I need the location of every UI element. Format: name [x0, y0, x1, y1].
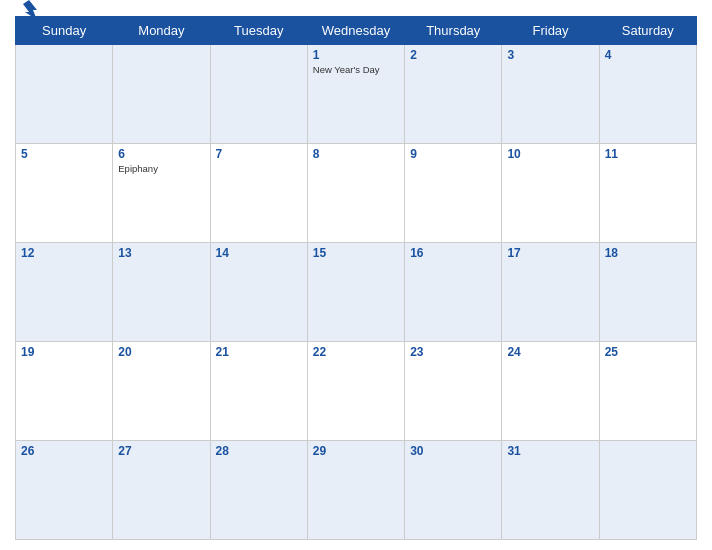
calendar-cell: 30 — [405, 441, 502, 540]
calendar-cell: 12 — [16, 243, 113, 342]
calendar-cell — [16, 45, 113, 144]
calendar-cell: 29 — [307, 441, 404, 540]
logo — [15, 0, 46, 24]
day-number: 14 — [216, 246, 302, 260]
calendar-table: SundayMondayTuesdayWednesdayThursdayFrid… — [15, 16, 697, 540]
day-number: 13 — [118, 246, 204, 260]
calendar-cell: 19 — [16, 342, 113, 441]
day-number: 29 — [313, 444, 399, 458]
day-number: 23 — [410, 345, 496, 359]
calendar-cell — [599, 441, 696, 540]
calendar-cell: 27 — [113, 441, 210, 540]
day-number: 15 — [313, 246, 399, 260]
day-number: 4 — [605, 48, 691, 62]
calendar-cell: 25 — [599, 342, 696, 441]
calendar-cell: 28 — [210, 441, 307, 540]
calendar-cell: 9 — [405, 144, 502, 243]
day-number: 12 — [21, 246, 107, 260]
calendar-cell: 1New Year's Day — [307, 45, 404, 144]
day-number: 31 — [507, 444, 593, 458]
day-number: 28 — [216, 444, 302, 458]
day-number: 6 — [118, 147, 204, 161]
days-of-week-row: SundayMondayTuesdayWednesdayThursdayFrid… — [16, 17, 697, 45]
calendar-cell: 18 — [599, 243, 696, 342]
calendar-cell: 26 — [16, 441, 113, 540]
day-number: 3 — [507, 48, 593, 62]
day-number: 17 — [507, 246, 593, 260]
day-number: 9 — [410, 147, 496, 161]
day-number: 18 — [605, 246, 691, 260]
day-number: 10 — [507, 147, 593, 161]
calendar-cell: 20 — [113, 342, 210, 441]
calendar-cell: 3 — [502, 45, 599, 144]
calendar-cell: 23 — [405, 342, 502, 441]
day-of-week-saturday: Saturday — [599, 17, 696, 45]
calendar-cell — [210, 45, 307, 144]
calendar-week-2: 56Epiphany7891011 — [16, 144, 697, 243]
holiday-label: Epiphany — [118, 163, 204, 174]
logo-bird-icon — [15, 0, 43, 24]
day-number: 24 — [507, 345, 593, 359]
day-number: 11 — [605, 147, 691, 161]
calendar-week-3: 12131415161718 — [16, 243, 697, 342]
calendar-cell: 16 — [405, 243, 502, 342]
day-number: 1 — [313, 48, 399, 62]
calendar-header-row: SundayMondayTuesdayWednesdayThursdayFrid… — [16, 17, 697, 45]
calendar-cell: 2 — [405, 45, 502, 144]
day-number: 27 — [118, 444, 204, 458]
day-number: 30 — [410, 444, 496, 458]
day-number: 20 — [118, 345, 204, 359]
calendar-cell: 17 — [502, 243, 599, 342]
calendar-week-1: 1New Year's Day234 — [16, 45, 697, 144]
calendar-cell: 15 — [307, 243, 404, 342]
calendar-week-5: 262728293031 — [16, 441, 697, 540]
calendar-cell: 7 — [210, 144, 307, 243]
calendar-cell: 6Epiphany — [113, 144, 210, 243]
day-number: 22 — [313, 345, 399, 359]
day-number: 8 — [313, 147, 399, 161]
calendar-cell: 14 — [210, 243, 307, 342]
calendar-cell: 24 — [502, 342, 599, 441]
calendar-body: 1New Year's Day23456Epiphany789101112131… — [16, 45, 697, 540]
day-number: 19 — [21, 345, 107, 359]
day-number: 2 — [410, 48, 496, 62]
day-of-week-wednesday: Wednesday — [307, 17, 404, 45]
svg-marker-0 — [23, 0, 37, 20]
day-number: 5 — [21, 147, 107, 161]
holiday-label: New Year's Day — [313, 64, 399, 75]
day-number: 21 — [216, 345, 302, 359]
day-of-week-tuesday: Tuesday — [210, 17, 307, 45]
calendar-cell: 5 — [16, 144, 113, 243]
calendar-cell: 31 — [502, 441, 599, 540]
calendar-cell: 21 — [210, 342, 307, 441]
day-of-week-friday: Friday — [502, 17, 599, 45]
day-number: 25 — [605, 345, 691, 359]
calendar-week-4: 19202122232425 — [16, 342, 697, 441]
day-of-week-monday: Monday — [113, 17, 210, 45]
calendar-cell: 4 — [599, 45, 696, 144]
calendar-cell: 8 — [307, 144, 404, 243]
calendar-cell: 13 — [113, 243, 210, 342]
day-of-week-thursday: Thursday — [405, 17, 502, 45]
day-number: 26 — [21, 444, 107, 458]
calendar-cell: 11 — [599, 144, 696, 243]
day-number: 16 — [410, 246, 496, 260]
day-number: 7 — [216, 147, 302, 161]
calendar-cell — [113, 45, 210, 144]
calendar-cell: 22 — [307, 342, 404, 441]
calendar-cell: 10 — [502, 144, 599, 243]
